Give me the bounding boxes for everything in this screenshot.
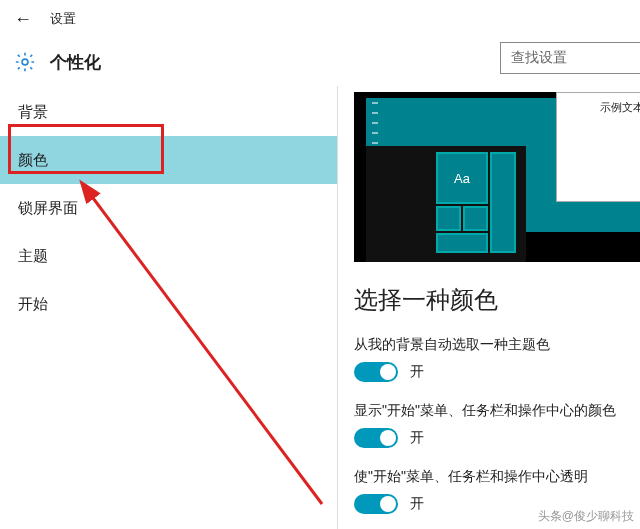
content-area: 示例文本 Aa 选择一种颜色 从我的背景自动选取一种主题色 开 显示"开始"菜单… [338,86,640,529]
preview-tile [463,206,488,231]
gear-icon [14,51,36,73]
setting-show-color: 显示"开始"菜单、任务栏和操作中心的颜色 开 [354,402,640,448]
back-button[interactable]: ← [14,9,32,30]
setting-label: 从我的背景自动选取一种主题色 [354,336,640,354]
sidebar: 背景 颜色 锁屏界面 主题 开始 [0,86,338,529]
toggle-show-color[interactable] [354,428,398,448]
page-title: 个性化 [50,51,101,74]
section-title: 选择一种颜色 [354,284,640,316]
preview-thumbnail: 示例文本 Aa [354,92,640,262]
setting-auto-accent: 从我的背景自动选取一种主题色 开 [354,336,640,382]
sidebar-item-lockscreen[interactable]: 锁屏界面 [0,184,337,232]
preview-start-menu: Aa [366,146,526,262]
sidebar-item-start[interactable]: 开始 [0,280,337,328]
preview-tile [436,233,488,253]
toggle-auto-accent[interactable] [354,362,398,382]
toggle-state: 开 [410,495,424,513]
preview-sample-text: 示例文本 [596,98,640,117]
setting-label: 显示"开始"菜单、任务栏和操作中心的颜色 [354,402,640,420]
toggle-state: 开 [410,429,424,447]
toggle-transparency[interactable] [354,494,398,514]
setting-label: 使"开始"菜单、任务栏和操作中心透明 [354,468,640,486]
sidebar-item-background[interactable]: 背景 [0,88,337,136]
sidebar-item-label: 锁屏界面 [18,199,78,218]
sidebar-item-label: 主题 [18,247,48,266]
page-header: 个性化 查找设置 [0,38,640,86]
sidebar-item-colors[interactable]: 颜色 [0,136,337,184]
sidebar-item-label: 背景 [18,103,48,122]
watermark: 头条@俊少聊科技 [538,508,634,525]
sidebar-item-label: 开始 [18,295,48,314]
search-placeholder: 查找设置 [511,49,567,67]
search-input[interactable]: 查找设置 [500,42,640,74]
titlebar: ← 设置 [0,0,640,38]
sidebar-item-themes[interactable]: 主题 [0,232,337,280]
toggle-state: 开 [410,363,424,381]
preview-tile: Aa [436,152,488,204]
preview-tile [436,206,461,231]
window-title: 设置 [50,10,76,28]
preview-tile [490,152,516,253]
sidebar-item-label: 颜色 [18,151,48,170]
svg-point-0 [22,59,28,65]
